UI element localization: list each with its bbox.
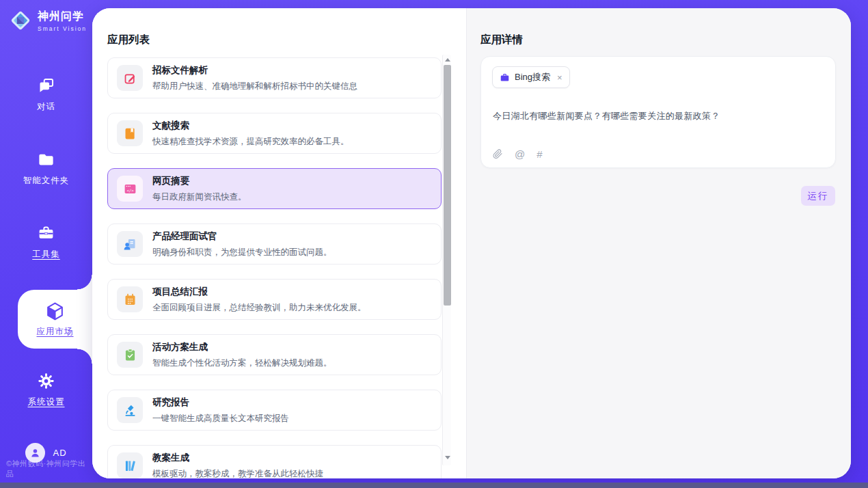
app-icon-box xyxy=(117,286,143,312)
svg-text:</>: </> xyxy=(126,188,134,192)
copyright-text: ©神州数码·神州问学出品 xyxy=(6,459,92,479)
sidebar-item-label: 对话 xyxy=(37,101,55,113)
main-content: 应用列表 招标文件解析 帮助用户快速、准确地理解和解析招标书中的关键信息 文献搜… xyxy=(92,8,851,478)
app-desc: 每日政府新闻资讯快查。 xyxy=(152,191,247,203)
app-details-title: 应用详情 xyxy=(480,33,523,47)
app-desc: 帮助用户快速、准确地理解和解析招标书中的关键信息 xyxy=(152,81,357,92)
sidebar-item-label: 系统设置 xyxy=(28,396,65,408)
sidebar-item-chat[interactable]: 对话 xyxy=(0,68,92,142)
app-desc: 智能生成个性化活动方案，轻松解决规划难题。 xyxy=(152,357,332,369)
microscope-icon xyxy=(123,403,137,418)
app-details-panel: 应用详情 Bing搜索 × 今日湖北有哪些新闻要点？有哪些需要关注的最新政策？ … xyxy=(466,8,851,478)
sidebar-item-label: 工具集 xyxy=(32,249,60,260)
close-icon[interactable]: × xyxy=(557,73,562,82)
prompt-input-card[interactable]: Bing搜索 × 今日湖北有哪些新闻要点？有哪些需要关注的最新政策？ @ # xyxy=(480,56,836,168)
app-title: 教案生成 xyxy=(152,452,323,464)
app-icon-box xyxy=(117,397,143,423)
list-item[interactable]: 产品经理面试官 明确身份和职责，为您提供专业性的面试问题。 xyxy=(107,223,442,265)
app-desc: 明确身份和职责，为您提供专业性的面试问题。 xyxy=(152,247,332,258)
sidebar: 神州问学 Smart Vision 对话 智能文件夹 xyxy=(0,0,92,488)
scrollbar[interactable] xyxy=(442,55,451,465)
list-item[interactable]: 项目总结汇报 全面回顾项目进展，总结经验教训，助力未来优化发展。 xyxy=(107,279,442,320)
list-item[interactable]: 教案生成 模板驱动，教案秒成，教学准备从此轻松快捷 xyxy=(107,445,442,478)
doc-edit-icon xyxy=(123,71,137,85)
tool-tag-bing-search[interactable]: Bing搜索 × xyxy=(492,66,570,88)
sidebar-item-label: 应用市场 xyxy=(37,326,74,338)
scrollbar-thumb[interactable] xyxy=(444,65,451,306)
list-item[interactable]: 招标文件解析 帮助用户快速、准确地理解和解析招标书中的关键信息 xyxy=(107,57,442,98)
app-desc: 快速精准查找学术资源，提高研究效率的必备工具。 xyxy=(152,136,349,148)
active-item-bubble: 应用市场 xyxy=(18,290,92,349)
app-title: 研究报告 xyxy=(152,396,289,409)
app-title: 文献搜索 xyxy=(152,120,349,132)
app-icon-box xyxy=(117,231,143,257)
chat-icon xyxy=(37,75,55,96)
app-icon-box: </> xyxy=(117,176,143,202)
calendar-note-icon xyxy=(123,293,137,307)
person-icon xyxy=(29,447,41,459)
paperclip-icon[interactable] xyxy=(492,148,503,159)
app-title: 招标文件解析 xyxy=(152,64,357,77)
app-title: 网页摘要 xyxy=(152,175,247,187)
app-icon-box xyxy=(117,120,143,146)
diamond-logo-icon xyxy=(9,9,32,32)
interview-icon xyxy=(123,237,137,252)
user-initials: AD xyxy=(53,448,66,458)
query-text: 今日湖北有哪些新闻要点？有哪些需要关注的最新政策？ xyxy=(493,110,824,122)
browser-code-icon: </> xyxy=(123,182,137,196)
list-item[interactable]: 活动方案生成 智能生成个性化活动方案，轻松解决规划难题。 xyxy=(107,334,442,375)
list-item[interactable]: 研究报告 一键智能生成高质量长文本研究报告 xyxy=(107,390,442,431)
bottom-bar xyxy=(0,483,868,488)
sidebar-item-smart-folder[interactable]: 智能文件夹 xyxy=(0,142,92,216)
sidebar-item-label: 智能文件夹 xyxy=(23,175,70,187)
input-toolbar: @ # xyxy=(492,148,543,159)
briefcase-icon xyxy=(500,72,510,83)
at-icon[interactable]: @ xyxy=(515,149,525,159)
folder-icon xyxy=(37,149,55,170)
brand-subtitle: Smart Vision xyxy=(38,25,87,32)
app-desc: 全面回顾项目进展，总结经验教训，助力未来优化发展。 xyxy=(152,302,366,314)
app-list-title: 应用列表 xyxy=(107,33,150,47)
brand-name: 神州问学 xyxy=(38,10,87,24)
app-title: 产品经理面试官 xyxy=(152,230,332,243)
books-icon xyxy=(123,459,137,473)
toolbox-icon xyxy=(37,223,55,243)
app-icon-box xyxy=(117,342,143,368)
app-title: 活动方案生成 xyxy=(152,341,332,353)
sidebar-nav: 对话 智能文件夹 工具集 xyxy=(0,68,92,437)
book-icon xyxy=(123,126,137,141)
hash-icon[interactable]: # xyxy=(537,149,542,159)
sidebar-item-settings[interactable]: 系统设置 xyxy=(0,364,92,437)
app-list-panel: 应用列表 招标文件解析 帮助用户快速、准确地理解和解析招标书中的关键信息 文献搜… xyxy=(92,8,466,478)
app-list: 招标文件解析 帮助用户快速、准确地理解和解析招标书中的关键信息 文献搜索 快速精… xyxy=(107,57,442,478)
app-icon-box xyxy=(117,65,143,91)
list-item[interactable]: </> 网页摘要 每日政府新闻资讯快查。 xyxy=(107,168,442,209)
run-button[interactable]: 运行 xyxy=(801,186,835,206)
clipboard-check-icon xyxy=(123,348,137,362)
app-icon-box xyxy=(117,452,143,478)
app-desc: 一键智能生成高质量长文本研究报告 xyxy=(152,413,289,424)
gear-icon xyxy=(37,370,55,391)
app-desc: 模板驱动，教案秒成，教学准备从此轻松快捷 xyxy=(152,468,323,479)
tool-tag-label: Bing搜索 xyxy=(515,71,550,83)
scroll-down-icon[interactable] xyxy=(443,453,452,461)
cube-icon xyxy=(44,301,66,322)
brand-logo: 神州问学 Smart Vision xyxy=(9,9,87,32)
app-title: 项目总结汇报 xyxy=(152,286,366,298)
scroll-up-icon[interactable] xyxy=(443,55,452,64)
sidebar-item-app-market[interactable]: 应用市场 xyxy=(0,290,92,364)
list-item[interactable]: 文献搜索 快速精准查找学术资源，提高研究效率的必备工具。 xyxy=(107,113,442,154)
